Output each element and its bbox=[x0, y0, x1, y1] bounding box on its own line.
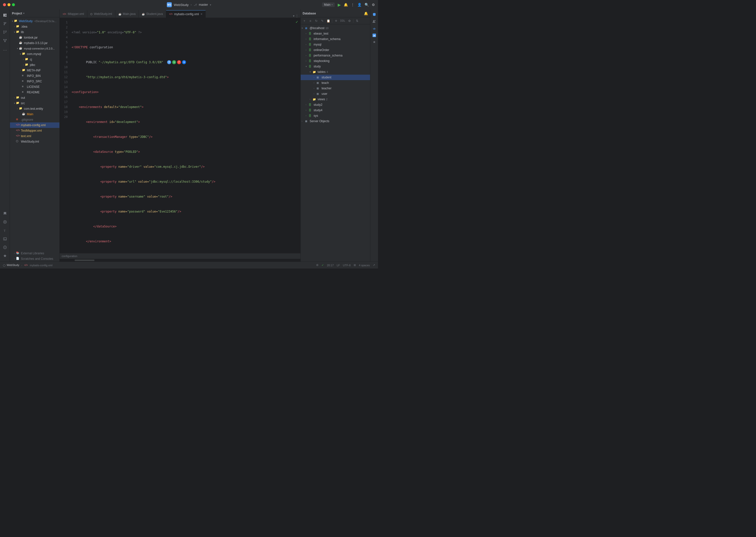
tree-item-lombok[interactable]: ☕ lombok.jar bbox=[10, 35, 59, 40]
sidebar-icon-bookmarks[interactable] bbox=[1, 210, 9, 217]
db-copy-btn[interactable]: 📋 bbox=[325, 18, 331, 23]
run-config-dropdown[interactable]: ▾ bbox=[331, 4, 333, 6]
sidebar-icon-structure[interactable] bbox=[1, 37, 9, 44]
tree-item-info-bin[interactable]: ≡ INFO_BIN bbox=[10, 73, 59, 79]
maximize-button[interactable] bbox=[12, 3, 15, 6]
tree-item-cj[interactable]: › 📁 cj bbox=[10, 57, 59, 62]
db-item-mysql[interactable]: › 🗄 mysql bbox=[301, 42, 370, 47]
status-position[interactable]: 20:17 bbox=[327, 264, 334, 267]
horizontal-scrollbar[interactable] bbox=[60, 259, 300, 262]
tree-item-readme[interactable]: ≡ README bbox=[10, 90, 59, 95]
rs-icon-jetbrains[interactable]: JB bbox=[371, 32, 377, 38]
db-item-staybooking[interactable]: › 🗄 staybooking bbox=[301, 58, 370, 64]
tree-item-src[interactable]: ▾ 📁 src bbox=[10, 101, 59, 106]
db-filter-btn[interactable]: ⇅ bbox=[354, 18, 360, 23]
tab-mybatis-config[interactable]: </> mybatis-config.xml ✕ bbox=[166, 10, 206, 18]
db-item-user[interactable]: › ⊞ user bbox=[301, 91, 370, 97]
profile-icon[interactable]: 👤 bbox=[358, 3, 361, 7]
db-config-btn[interactable]: ⚙ bbox=[347, 18, 352, 23]
db-refresh-btn[interactable]: ↻ bbox=[314, 18, 319, 23]
tree-item-textxml[interactable]: </> text.xml bbox=[10, 133, 59, 139]
db-item-server-objects[interactable]: › 🖥 Server Objects bbox=[301, 118, 370, 124]
db-menu-btn[interactable]: ≡ bbox=[308, 18, 313, 23]
db-item-student[interactable]: › ⊞ student bbox=[301, 75, 370, 80]
status-charset[interactable]: UTF-8 bbox=[343, 264, 351, 267]
more-options-icon[interactable]: ⋮ bbox=[351, 3, 354, 7]
search-icon[interactable]: 🔍 bbox=[364, 3, 369, 7]
sidebar-icon-t[interactable]: T bbox=[1, 227, 9, 234]
status-indent[interactable]: 4 spaces bbox=[359, 264, 370, 267]
tab-main-java[interactable]: ☕ Main.java bbox=[115, 10, 139, 18]
tree-item-mybatis-jar[interactable]: ☕ mybatis-3.5.13.jar bbox=[10, 40, 59, 46]
tree-item-info-src[interactable]: ≡ INFO_SRC bbox=[10, 79, 59, 84]
tree-item-gitignore[interactable]: ⊗ .gitignore bbox=[10, 117, 59, 122]
tree-item-webstudy-root[interactable]: ▾ 📁 WebStudy ~/Desktop/CS/Ja... bbox=[10, 19, 59, 24]
status-settings[interactable]: ⚙ bbox=[316, 264, 319, 267]
db-settings-btn[interactable]: ⚙ bbox=[333, 18, 339, 23]
db-item-teacher[interactable]: › ⊞ teacher bbox=[301, 86, 370, 91]
tree-item-com-mysql[interactable]: ▾ 📁 com.mysql bbox=[10, 51, 59, 57]
rs-icon-database[interactable] bbox=[371, 12, 377, 18]
tree-item-out[interactable]: › 📁 out bbox=[10, 95, 59, 101]
rs-icon-star[interactable] bbox=[371, 39, 377, 45]
branch-name[interactable]: master bbox=[199, 3, 208, 7]
tab-overflow-icon[interactable]: ▾ bbox=[293, 14, 294, 18]
db-item-localhost[interactable]: ▾ 🖥 @localhost 10 bbox=[301, 25, 370, 31]
tree-item-webstudy-iml[interactable]: ⬡ WebStudy.iml bbox=[10, 139, 59, 144]
rs-icon-sync[interactable] bbox=[371, 25, 377, 31]
tree-item-idea[interactable]: › 📁 .idea bbox=[10, 24, 59, 29]
close-button[interactable] bbox=[3, 3, 6, 6]
tree-item-com-test-entity[interactable]: › 📁 com.test.entity bbox=[10, 106, 59, 111]
status-lf[interactable]: LF bbox=[337, 264, 340, 267]
rs-icon-users[interactable] bbox=[371, 19, 377, 24]
sidebar-icon-vcs[interactable] bbox=[1, 20, 9, 27]
sidebar-icon-run[interactable] bbox=[1, 218, 9, 226]
project-panel-dropdown-icon[interactable]: ▾ bbox=[23, 12, 24, 15]
tree-item-scratches[interactable]: › 📄 Scratches and Consoles bbox=[10, 256, 59, 262]
db-item-teach[interactable]: › ⊞ teach bbox=[301, 80, 370, 86]
settings-icon[interactable]: ⚙ bbox=[372, 3, 375, 7]
tree-item-mysql-connector[interactable]: ▾ ☕ mysql-connector-j-8.2.0... bbox=[10, 46, 59, 51]
tree-item-external-libs[interactable]: › 📚 External Libraries bbox=[10, 251, 59, 256]
db-ddl-btn[interactable]: DDL bbox=[339, 18, 346, 23]
tree-item-meta-inf[interactable]: › 📁 META-INF bbox=[10, 68, 59, 73]
db-item-ebean-test[interactable]: › 🗄 ebean_test bbox=[301, 31, 370, 36]
db-item-onlineorder[interactable]: › 🗄 onlineOrder bbox=[301, 47, 370, 53]
tree-item-jdbc[interactable]: › 📁 jdbc bbox=[10, 62, 59, 68]
db-item-tables[interactable]: ▾ 📁 tables 4 bbox=[301, 69, 370, 75]
run-button[interactable]: ▶ bbox=[338, 3, 341, 7]
db-item-performance-schema[interactable]: › 🗄 performance_schema bbox=[301, 53, 370, 58]
tree-item-license[interactable]: ≡ LICENSE bbox=[10, 84, 59, 90]
tree-item-mybatis-config[interactable]: </> mybatis-config.xml bbox=[10, 122, 59, 128]
tab-testmapper[interactable]: </> tMapper.xml bbox=[60, 10, 87, 18]
status-expand-icon[interactable]: ↗ bbox=[373, 264, 375, 267]
tab-student-java[interactable]: ☕ Student.java bbox=[139, 10, 166, 18]
status-vcs-icon[interactable]: ✓ bbox=[321, 264, 324, 267]
sidebar-icon-git[interactable] bbox=[1, 252, 9, 260]
notifications-icon[interactable]: 🔔 bbox=[344, 3, 348, 7]
tree-item-testmapper[interactable]: </> TestMapper.xml bbox=[10, 128, 59, 133]
db-item-views[interactable]: › 📁 views 2 bbox=[301, 97, 370, 102]
sidebar-icon-project[interactable] bbox=[1, 12, 9, 19]
database-notification-icon[interactable]: 🔔 bbox=[364, 12, 368, 16]
tab-webstudy-iml[interactable]: ⬡ WebStudy.iml bbox=[87, 10, 115, 18]
db-add-btn[interactable]: + bbox=[302, 18, 307, 23]
tree-item-lib[interactable]: ▾ 📁 lib bbox=[10, 29, 59, 35]
db-item-study4[interactable]: › 🗄 study4 bbox=[301, 107, 370, 113]
db-item-study2[interactable]: › 🗄 study2 bbox=[301, 102, 370, 107]
sidebar-icon-terminal[interactable] bbox=[1, 235, 9, 243]
sidebar-icon-pull-requests[interactable] bbox=[1, 28, 9, 36]
db-edit-btn[interactable]: ✎ bbox=[320, 18, 325, 23]
tab-mybatis-config-close[interactable]: ✕ bbox=[201, 13, 203, 16]
tab-more-icon[interactable]: ⋮ bbox=[295, 14, 298, 18]
db-item-information-schema[interactable]: › 🗄 information_schema bbox=[301, 36, 370, 42]
db-item-study[interactable]: ▾ 🗄 study bbox=[301, 64, 370, 69]
minimize-button[interactable] bbox=[8, 3, 11, 6]
sidebar-icon-more[interactable]: ⋯ bbox=[1, 46, 9, 54]
code-content[interactable]: <?xml version="1.0" encoding="UTF-8" ?> … bbox=[70, 18, 300, 253]
db-item-sys[interactable]: › 🗄 sys bbox=[301, 113, 370, 118]
status-filename[interactable]: mybatis-config.xml bbox=[30, 264, 53, 267]
tree-item-main-java[interactable]: ☕ Main bbox=[10, 111, 59, 117]
sidebar-icon-info[interactable] bbox=[1, 244, 9, 251]
status-project[interactable]: WebStudy bbox=[3, 264, 19, 267]
